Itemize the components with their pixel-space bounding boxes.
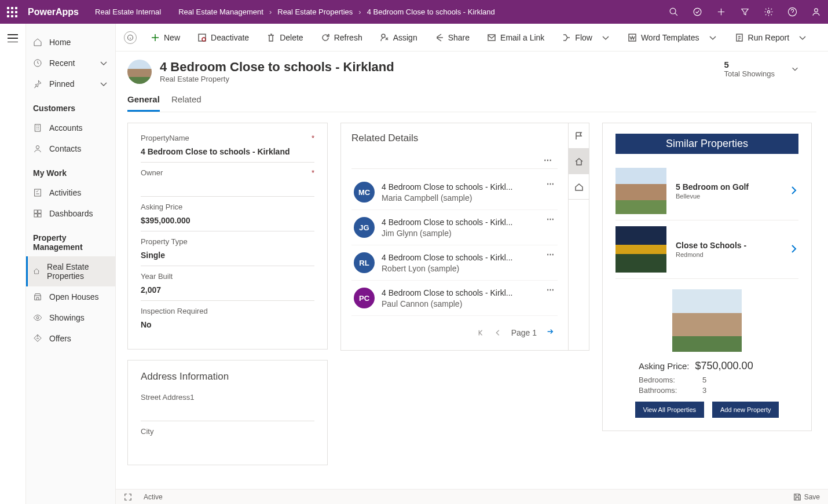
nav-home[interactable]: Home bbox=[26, 32, 115, 53]
flow-icon bbox=[562, 33, 571, 42]
pin-icon bbox=[33, 79, 42, 89]
general-card: PropertyName* 4 Bedroom Close to schools… bbox=[127, 123, 328, 350]
rail-home-button[interactable] bbox=[569, 174, 589, 200]
related-row[interactable]: MC 4 Bedroom Close to schools - Kirkl...… bbox=[351, 175, 558, 210]
info-icon bbox=[127, 34, 134, 41]
related-more-icon[interactable]: ⋯ bbox=[544, 156, 553, 165]
refresh-icon bbox=[321, 33, 330, 42]
app-name-label: PowerApps bbox=[28, 7, 79, 17]
field-yearbuilt-label: Year Built bbox=[141, 272, 314, 281]
search-icon[interactable] bbox=[669, 7, 679, 17]
record-title: 4 Bedroom Close to schools - Kirkland bbox=[160, 60, 394, 75]
featured-image bbox=[672, 289, 742, 352]
chevron-right-icon bbox=[789, 186, 798, 195]
email-link-button[interactable]: Email a Link bbox=[480, 30, 551, 46]
nav-offers[interactable]: Offers bbox=[26, 328, 115, 349]
avatar: JG bbox=[354, 217, 375, 238]
field-yearbuilt-value[interactable]: 2,007 bbox=[141, 281, 314, 301]
field-propertyname-value[interactable]: 4 Bedroom Close to schools - Kirkland bbox=[141, 142, 314, 163]
rail-property-button[interactable] bbox=[569, 149, 589, 174]
next-page-button[interactable] bbox=[546, 328, 554, 337]
field-street-value[interactable] bbox=[141, 402, 314, 421]
breadcrumb-item-0[interactable]: Real Estate Management bbox=[178, 8, 263, 16]
tab-related[interactable]: Related bbox=[171, 90, 201, 112]
related-row[interactable]: JG 4 Bedroom Close to schools - Kirkl...… bbox=[351, 210, 558, 245]
related-row-subtitle: Jim Glynn (sample) bbox=[382, 229, 555, 238]
share-button[interactable]: Share bbox=[428, 30, 477, 46]
chevron-down-icon bbox=[601, 33, 610, 42]
breadcrumb-item-2[interactable]: 4 Bedroom Close to schools - Kirkland bbox=[367, 8, 495, 16]
add-new-property-button[interactable]: Add new Property bbox=[712, 402, 779, 418]
nav-recent[interactable]: Recent bbox=[26, 53, 115, 73]
help-icon[interactable] bbox=[787, 7, 797, 17]
status-label: Active bbox=[144, 493, 163, 501]
row-more-icon[interactable]: ⋯ bbox=[547, 179, 555, 188]
related-railbar bbox=[569, 123, 589, 351]
svg-rect-9 bbox=[34, 210, 37, 213]
first-page-icon[interactable] bbox=[477, 329, 485, 337]
assign-button[interactable]: Assign bbox=[373, 30, 424, 46]
record-image[interactable] bbox=[127, 60, 152, 84]
field-owner-value[interactable] bbox=[141, 177, 314, 197]
nav-dashboards[interactable]: Dashboards bbox=[26, 203, 115, 224]
view-all-button[interactable]: View All Properties bbox=[635, 402, 705, 418]
field-inspection-value[interactable]: No bbox=[141, 315, 314, 335]
related-row[interactable]: PC 4 Bedroom Close to schools - Kirkl...… bbox=[351, 281, 558, 316]
collapse-rail bbox=[0, 24, 26, 504]
go-back-button[interactable] bbox=[124, 31, 137, 44]
chevron-right-icon bbox=[789, 244, 798, 253]
chevron-down-icon[interactable] bbox=[791, 65, 799, 73]
similar-item-0[interactable]: 5 Bedroom on GolfBellevue bbox=[615, 162, 798, 220]
nav-showings[interactable]: Showings bbox=[26, 307, 115, 328]
gear-icon[interactable] bbox=[764, 7, 774, 17]
field-propertyname-label: PropertyName* bbox=[141, 134, 314, 142]
deactivate-button[interactable]: Deactivate bbox=[190, 30, 256, 46]
avatar: MC bbox=[354, 182, 375, 203]
save-button[interactable]: Save bbox=[793, 493, 820, 501]
expand-icon[interactable] bbox=[124, 493, 132, 501]
app-switcher[interactable]: PowerApps bbox=[28, 7, 82, 17]
delete-button[interactable]: Delete bbox=[259, 30, 310, 46]
svg-rect-18 bbox=[488, 35, 495, 41]
refresh-button[interactable]: Refresh bbox=[314, 30, 369, 46]
form-content: 4 Bedroom Close to schools - Kirkland Re… bbox=[116, 51, 828, 504]
nav-pinned[interactable]: Pinned bbox=[26, 73, 115, 94]
new-button[interactable]: New bbox=[144, 30, 187, 46]
nav-activities[interactable]: Activities bbox=[26, 182, 115, 203]
related-row[interactable]: RL 4 Bedroom Close to schools - Kirkl...… bbox=[351, 245, 558, 281]
filter-icon[interactable] bbox=[740, 7, 750, 17]
nav-properties[interactable]: Real Estate Properties bbox=[26, 256, 115, 286]
field-propertytype-value[interactable]: Single bbox=[141, 246, 314, 266]
waffle-icon[interactable] bbox=[7, 7, 17, 17]
related-details-card: Related Details ⋯ MC 4 Bedroom Close to … bbox=[340, 123, 569, 351]
hamburger-icon[interactable] bbox=[8, 34, 18, 42]
plus-icon[interactable] bbox=[716, 7, 726, 17]
field-inspection-label: Inspection Required bbox=[141, 307, 314, 315]
nav-openhouses[interactable]: Open Houses bbox=[26, 286, 115, 307]
flow-button[interactable]: Flow bbox=[555, 30, 617, 46]
prev-page-icon[interactable] bbox=[494, 329, 502, 337]
field-askingprice-value[interactable]: $395,000.000 bbox=[141, 211, 314, 231]
user-icon[interactable] bbox=[811, 7, 821, 17]
row-more-icon[interactable]: ⋯ bbox=[547, 215, 555, 223]
nav-contacts[interactable]: Contacts bbox=[26, 138, 115, 159]
svg-rect-8 bbox=[35, 189, 41, 196]
nav-accounts[interactable]: Accounts bbox=[26, 117, 115, 138]
similar-properties-card: Similar Properties 5 Bedroom on GolfBell… bbox=[602, 123, 812, 431]
dashboard-icon bbox=[33, 209, 42, 218]
word-templates-button[interactable]: Word Templates bbox=[621, 30, 724, 46]
rail-flag-button[interactable] bbox=[569, 123, 589, 149]
row-more-icon[interactable]: ⋯ bbox=[547, 250, 555, 259]
tag-icon bbox=[33, 334, 42, 343]
svg-point-7 bbox=[36, 146, 39, 149]
breadcrumb-item-1[interactable]: Real Estate Properties bbox=[277, 8, 353, 16]
header-stats: 5 Total Showings bbox=[724, 60, 816, 78]
tab-general[interactable]: General bbox=[127, 90, 160, 112]
related-row-subtitle: Maria Campbell (sample) bbox=[382, 193, 555, 203]
task-icon[interactable] bbox=[693, 7, 702, 17]
breadcrumb-env[interactable]: Real Estate Internal bbox=[95, 8, 161, 16]
run-report-button[interactable]: Run Report bbox=[728, 30, 815, 46]
record-subtitle: Real Estate Property bbox=[160, 75, 394, 83]
row-more-icon[interactable]: ⋯ bbox=[547, 285, 555, 294]
similar-item-1[interactable]: Close to Schools -Redmond bbox=[615, 220, 798, 279]
